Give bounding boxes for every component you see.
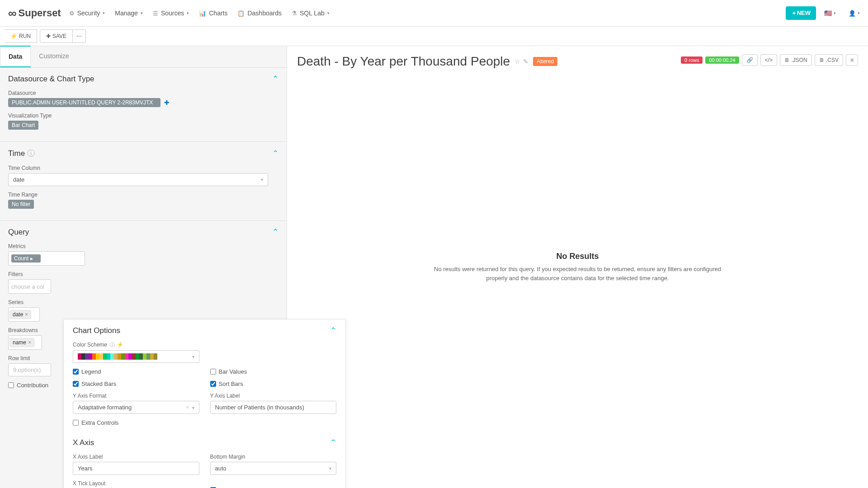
caret-right-icon: ▸ (30, 255, 33, 262)
remove-icon[interactable]: × (35, 255, 38, 262)
nav-sqllab[interactable]: ⚗SQL Lab▾ (292, 9, 330, 17)
section-time: Time ⓘ ⌃ Time Column date▾ Time Range No… (0, 142, 287, 221)
bottom-margin-select[interactable]: auto▾ (210, 462, 337, 475)
chevron-up-icon: ⌃ (272, 227, 278, 237)
series-input[interactable]: date× (8, 307, 40, 322)
datasource-label: Datasource (8, 90, 278, 96)
chevron-up-icon: ⌃ (272, 74, 278, 84)
remove-icon[interactable]: × (28, 339, 31, 346)
section-time-head[interactable]: Time ⓘ ⌃ (8, 148, 278, 159)
panel-tabs: Data Customize (0, 46, 287, 68)
chart-options-head[interactable]: Chart Options ⌃ (73, 326, 336, 335)
main: Data Customize Datasource & Chart Type ⌃… (0, 46, 868, 488)
time-column-select[interactable]: date▾ (8, 173, 268, 186)
code-icon: </> (765, 57, 773, 63)
remove-icon[interactable]: × (25, 311, 28, 318)
chart-title[interactable]: Death - By Year per Thousand People (297, 54, 510, 69)
time-pill: 00:00:00.24 (705, 56, 739, 64)
nav-security[interactable]: ⚙Security▾ (69, 9, 105, 17)
bottom-margin-label: Bottom Margin (210, 454, 337, 460)
y-format-select[interactable]: Adaptative formating ×▾ (73, 401, 199, 414)
x-label-label: X Axis Label (73, 454, 199, 460)
x-label-input[interactable] (73, 462, 199, 475)
datasource-chip[interactable]: PUBLIC.ADMIN USER-UNTITLED QUERY 2-2R83M… (8, 98, 160, 107)
menu-button[interactable]: ≡ (846, 54, 858, 66)
brand-text: Superset (19, 7, 61, 19)
time-range-chip[interactable]: No filter (8, 200, 34, 209)
logo-icon: ∞ (8, 6, 17, 20)
flag-icon: 🇺🇸 (824, 9, 832, 17)
bar-values-checkbox[interactable]: Bar Values (210, 368, 337, 375)
series-token[interactable]: date× (9, 310, 31, 319)
breakdowns-input[interactable]: name× (8, 335, 42, 350)
chart-icon: 📊 (199, 10, 206, 17)
chevron-down-icon: ▾ (192, 405, 194, 410)
left-panel: Data Customize Datasource & Chart Type ⌃… (0, 46, 287, 488)
user-menu[interactable]: 👤▾ (849, 10, 860, 17)
new-button[interactable]: ＋NEW (786, 6, 816, 20)
tab-data[interactable]: Data (0, 46, 31, 67)
section-datasource-head[interactable]: Datasource & Chart Type ⌃ (8, 74, 278, 84)
chevron-up-icon: ⌃ (330, 438, 336, 447)
section-datasource: Datasource & Chart Type ⌃ Datasource PUB… (0, 68, 287, 142)
filters-input[interactable]: choose a col (8, 279, 51, 294)
locale-selector[interactable]: 🇺🇸▾ (824, 9, 836, 17)
json-button[interactable]: 🗎 .JSON (780, 54, 812, 66)
color-scheme-select[interactable]: ▾ (73, 350, 199, 363)
breakdown-token[interactable]: name× (9, 338, 34, 347)
plus-icon: ✚ (46, 33, 51, 39)
ellipsis-icon: ⋯ (76, 33, 82, 39)
chevron-up-icon: ⌃ (330, 326, 336, 335)
altered-badge[interactable]: Altered (533, 57, 557, 66)
no-results: No Results No results were returned for … (432, 252, 723, 282)
y-label-input[interactable] (210, 401, 337, 414)
color-swatches (78, 353, 157, 360)
chevron-down-icon: ▾ (141, 11, 143, 15)
legend-checkbox[interactable]: Legend (73, 368, 199, 375)
code-button[interactable]: </> (760, 54, 777, 66)
sort-bars-checkbox[interactable]: Sort Bars (210, 380, 337, 387)
hamburger-icon: ≡ (850, 57, 854, 63)
stacked-checkbox[interactable]: Stacked Bars (73, 380, 199, 387)
chevron-down-icon: ▾ (329, 466, 331, 471)
rowlimit-select[interactable]: 9 option(s) (8, 363, 51, 376)
run-button[interactable]: ⚡RUN (5, 29, 37, 43)
chevron-down-icon: ▾ (192, 354, 194, 359)
extra-controls-checkbox[interactable]: Extra Controls (73, 419, 199, 426)
metric-token[interactable]: Count▸× (11, 254, 41, 263)
edit-icon[interactable]: ✎ (523, 58, 528, 65)
star-icon[interactable]: ☆ (514, 58, 520, 65)
xaxis-head[interactable]: X Axis ⌃ (73, 438, 336, 447)
metrics-input[interactable]: Count▸× (8, 251, 85, 266)
nav-manage[interactable]: Manage▾ (115, 9, 143, 17)
tab-customize[interactable]: Customize (31, 46, 77, 67)
chevron-down-icon: ▾ (834, 11, 836, 15)
add-datasource-button[interactable]: ✚ (164, 99, 170, 106)
filters-label: Filters (8, 271, 278, 277)
chart-options-popup: Chart Options ⌃ Color Scheme ⓘ ⚡ ▾ Legen… (63, 319, 346, 488)
nav-charts[interactable]: 📊Charts (199, 9, 227, 17)
link-button[interactable]: 🔗 (742, 54, 758, 66)
info-icon: ⓘ (27, 149, 35, 158)
save-button[interactable]: ✚SAVE (40, 29, 73, 43)
csv-button[interactable]: 🗎 .CSV (815, 54, 843, 66)
save-dropdown[interactable]: ⋯ (73, 29, 86, 43)
main-nav: ⚙Security▾ Manage▾ ☰Sources▾ 📊Charts 📋Da… (69, 9, 330, 17)
chevron-up-icon: ⌃ (272, 149, 278, 158)
plus-icon: ＋ (791, 9, 797, 16)
rows-pill: 0 rows (681, 56, 703, 64)
link-icon: 🔗 (746, 57, 753, 63)
color-scheme-label: Color Scheme ⓘ ⚡ (73, 342, 336, 348)
chevron-down-icon: ▾ (858, 11, 860, 15)
user-icon: 👤 (849, 10, 856, 17)
info-icon: ⓘ (110, 342, 115, 347)
clear-icon[interactable]: × (186, 404, 189, 411)
series-label: Series (8, 299, 278, 305)
logo[interactable]: ∞ Superset (8, 6, 61, 20)
no-results-heading: No Results (432, 252, 723, 261)
nav-dashboards[interactable]: 📋Dashboards (237, 9, 282, 17)
section-query-head[interactable]: Query ⌃ (8, 227, 278, 237)
viztype-chip[interactable]: Bar Chart (8, 121, 38, 130)
viztype-label: Visualization Type (8, 113, 278, 119)
nav-sources[interactable]: ☰Sources▾ (153, 9, 189, 17)
